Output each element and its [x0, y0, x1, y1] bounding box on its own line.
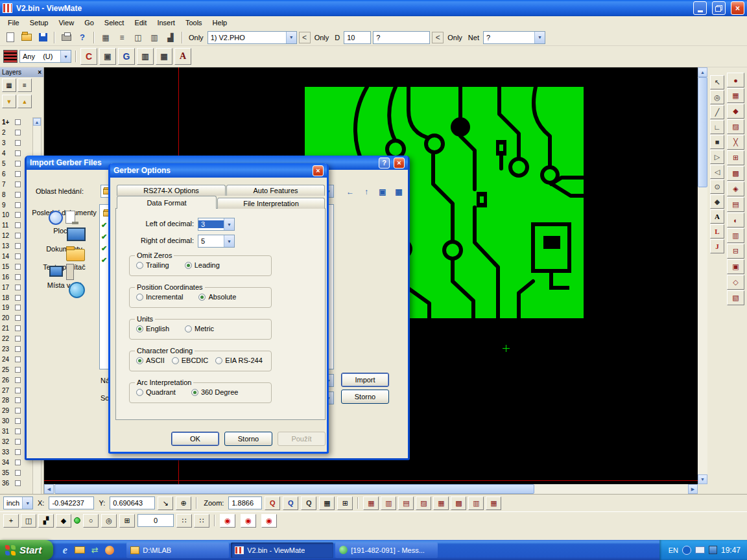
tab[interactable]: Data Format — [117, 196, 217, 209]
layer-row[interactable]: 1+ — [0, 117, 32, 128]
place-item[interactable]: Místa v síti — [32, 280, 97, 289]
pad-shape-button[interactable]: ▥ — [137, 48, 154, 65]
layer-checkbox[interactable] — [15, 161, 21, 167]
horizontal-scrollbar[interactable]: ◀ ▶ — [44, 484, 698, 494]
chevron-down-icon[interactable]: ▼ — [224, 218, 234, 230]
layer-checkbox[interactable] — [15, 295, 21, 301]
pad-tool-button[interactable]: ◈ — [727, 181, 744, 196]
layer-row[interactable]: 36 — [0, 478, 32, 488]
pad-tool-button[interactable]: ▨ — [727, 119, 744, 134]
layer-row[interactable]: 35 — [0, 467, 32, 478]
layer-checkbox[interactable] — [15, 418, 21, 424]
radio-option[interactable]: Quadrant — [136, 388, 176, 396]
draw-tool-button[interactable]: ◎ — [710, 90, 724, 104]
draw-tool-button[interactable]: ⊙ — [710, 180, 724, 194]
pad-display-button[interactable]: ◉ — [261, 514, 277, 528]
layer-row[interactable]: 3 — [0, 138, 32, 148]
layer-checkbox[interactable] — [15, 253, 21, 259]
grid-size-field[interactable]: 0 — [137, 514, 174, 527]
highlight-off-button[interactable]: ○ — [83, 514, 99, 528]
pattern-tool-button[interactable]: ▦ — [363, 496, 379, 510]
scroll-up-icon[interactable]: ▲ — [698, 67, 707, 77]
misc-tool-button[interactable]: ▟ — [163, 30, 178, 45]
display-tray-icon[interactable] — [709, 546, 717, 554]
gerber-aperture-button[interactable]: G — [118, 48, 135, 65]
ok-button[interactable]: OK — [171, 432, 219, 446]
dot-grid-button[interactable]: ∷ — [176, 514, 192, 528]
move-layer-up-button[interactable]: ▲ — [18, 95, 32, 108]
vertical-scrollbar[interactable]: ▲ ▼ — [698, 67, 707, 484]
layer-checkbox[interactable] — [15, 192, 21, 198]
layer-checkbox[interactable] — [15, 119, 21, 125]
pattern-tool-button[interactable]: ▤ — [398, 496, 414, 510]
start-button[interactable]: Start — [0, 540, 53, 560]
language-tray-icon[interactable] — [682, 546, 691, 555]
layer-checkbox[interactable] — [15, 212, 21, 218]
pad-display-button[interactable]: ◉ — [220, 514, 235, 528]
right-decimal-combo[interactable]: 5 ▼ — [198, 235, 235, 248]
scroll-left-icon[interactable]: ◀ — [44, 484, 54, 494]
cancel-button[interactable]: Storno — [224, 432, 272, 446]
layer-checkbox[interactable] — [15, 449, 21, 455]
radio-option[interactable]: Metric — [185, 325, 214, 332]
task-button[interactable]: [191-482-091] - Mess... — [335, 542, 438, 558]
scroll-right-icon[interactable]: ▶ — [688, 484, 698, 494]
new-folder-icon[interactable]: ▣ — [375, 185, 390, 199]
layer-checkbox[interactable] — [15, 408, 21, 414]
layer-checkbox[interactable] — [15, 439, 21, 445]
import-button[interactable]: Import — [341, 373, 389, 387]
browser-shortcut-icon[interactable] — [104, 545, 115, 555]
task-button[interactable]: V2.bin - ViewMate — [231, 542, 333, 558]
pad-tool-button[interactable]: ● — [727, 73, 744, 88]
radio-option[interactable]: EBCDIC — [172, 356, 209, 364]
layers-panel-header[interactable]: Layers × — [0, 67, 43, 77]
layer-checkbox[interactable] — [15, 130, 21, 135]
zoom-in-button[interactable]: Q — [265, 496, 280, 510]
menu-item[interactable]: Insert — [152, 18, 180, 28]
draw-tool-button[interactable]: J — [710, 239, 724, 253]
chevron-down-icon[interactable]: ▼ — [534, 32, 545, 43]
layer-checkbox[interactable] — [15, 150, 21, 156]
grid-settings-button[interactable]: ⊞ — [119, 514, 135, 528]
taskbar-clock[interactable]: 19:47 — [721, 546, 741, 555]
pad-tool-button[interactable]: ⊞ — [727, 150, 744, 165]
minimize-button[interactable] — [693, 1, 707, 15]
pad-tool-button[interactable]: ◇ — [727, 275, 744, 290]
chevron-down-icon[interactable]: ▼ — [224, 235, 234, 247]
circle-aperture-button[interactable]: C — [80, 48, 97, 65]
restore-button[interactable] — [712, 1, 726, 15]
cancel-button[interactable]: Storno — [341, 390, 389, 404]
tab[interactable]: Auto Features — [226, 185, 325, 196]
layer-checkbox[interactable] — [15, 222, 21, 228]
layer-checkbox[interactable] — [15, 315, 21, 321]
layer-list-button[interactable]: ≡ — [18, 78, 32, 92]
scroll-down-icon[interactable]: ▼ — [698, 474, 707, 484]
menu-item[interactable]: Go — [79, 18, 99, 28]
radio-option[interactable]: ASCII — [136, 356, 165, 364]
draw-tool-button[interactable]: L — [710, 224, 724, 239]
layer-checkbox[interactable] — [15, 140, 21, 146]
chevron-down-icon[interactable]: ▼ — [286, 32, 296, 43]
origin-tool-button[interactable]: ⊕ — [176, 496, 191, 510]
layer-checkbox[interactable] — [15, 264, 21, 270]
edit-tool-button[interactable]: + — [3, 514, 19, 528]
draw-tool-button[interactable]: ◆ — [710, 194, 724, 209]
layer-checkbox[interactable] — [15, 397, 21, 403]
left-decimal-combo[interactable]: 3 ▼ — [198, 218, 235, 231]
layer-checkbox[interactable] — [15, 181, 21, 187]
menu-item[interactable]: Tools — [180, 18, 208, 28]
gerber-dialog-titlebar[interactable]: Gerber Options × — [110, 163, 327, 178]
prev-dcode-button[interactable]: < — [432, 32, 444, 43]
draw-tool-button[interactable]: ◁ — [710, 165, 724, 179]
radio-option[interactable]: Incremental — [136, 293, 183, 301]
pattern-tool-button[interactable]: ▥ — [381, 496, 396, 510]
tab[interactable]: File Interpretation — [217, 198, 325, 209]
scroll-up-icon[interactable]: ▲ — [33, 118, 41, 126]
menu-item[interactable]: View — [53, 18, 79, 28]
draw-tool-button[interactable]: ↖ — [710, 75, 724, 89]
radio-option[interactable]: EIA RS-244 — [215, 356, 262, 364]
new-file-button[interactable] — [3, 30, 18, 45]
menu-item[interactable]: Setup — [25, 18, 54, 28]
keyboard-tray-icon[interactable] — [695, 546, 705, 554]
place-item[interactable]: Dokumenty — [32, 244, 97, 253]
